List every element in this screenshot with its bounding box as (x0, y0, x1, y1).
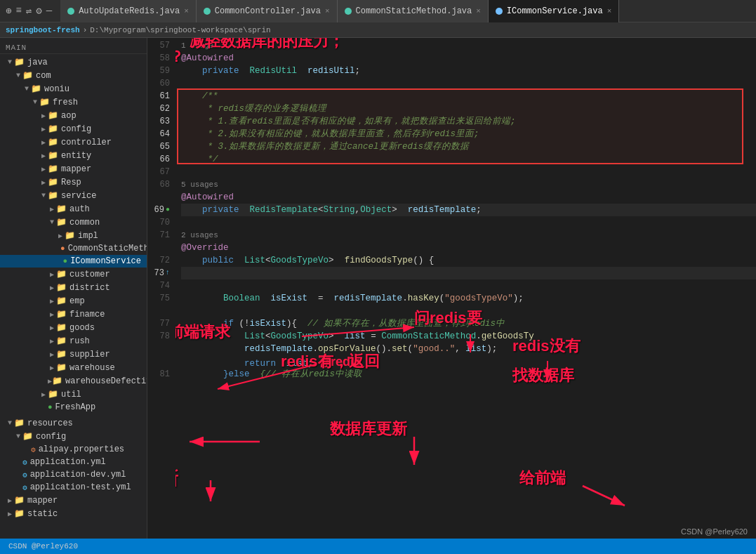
sidebar-item-apptestyml[interactable]: ▶ ⚙ application-test.yml (0, 481, 147, 494)
sidebar-item-util[interactable]: ▶ 📁 util (0, 388, 147, 401)
tab-close-1[interactable]: × (184, 7, 189, 15)
folder-icon-com: 📁 (22, 70, 33, 81)
settings-icon[interactable]: ⚙ (36, 5, 41, 17)
grid-icon[interactable]: ⊕ (6, 5, 11, 17)
sidebar-item-aop[interactable]: ▶ 📁 aop (0, 109, 147, 122)
arrow-emp: ▶ (48, 297, 56, 305)
folder-icon-mapper2: 📁 (14, 495, 25, 506)
tab-label-1: AutoUpdateRedis.java (79, 6, 180, 16)
sidebar-item-district[interactable]: ▶ 📁 district (0, 281, 147, 294)
sidebar-item-customer[interactable]: ▶ 📁 customer (0, 268, 147, 281)
tab-close-4[interactable]: × (607, 7, 612, 15)
sidebar-item-resp[interactable]: ▶ 📁 Resp (0, 176, 147, 189)
annotation-cache-update: 缓存更新 (175, 472, 178, 484)
sidebar-item-appyml[interactable]: ▶ ⚙ application.yml (0, 456, 147, 468)
comment-63: * 1.查看redis里面是否有相应的键，如果有，就把数据查出来返回给前端; (181, 117, 516, 126)
line-num-73: 73 ↑ (147, 267, 170, 279)
line-num-64: 64 (147, 128, 170, 140)
sidebar-item-woniu[interactable]: ▼ 📁 woniu (0, 82, 147, 95)
sidebar-item-supplier[interactable]: ▶ 📁 supplier (0, 348, 147, 361)
sidebar-item-java[interactable]: ▼ 📁 java (0, 55, 147, 69)
sidebar-item-warehouse[interactable]: ▶ 📁 warehouse (0, 361, 147, 374)
comment-61: /** (181, 91, 218, 101)
sidebar-label-service: service (61, 191, 96, 201)
line-num-61: 61 (147, 90, 170, 103)
sidebar-item-freshapp[interactable]: ▶ ● FreshApp (0, 401, 147, 414)
sidebar-item-emp[interactable]: ▶ 📁 emp (0, 294, 147, 308)
var-list: list (345, 331, 366, 341)
sidebar-item-rush[interactable]: ▶ 📁 rush (0, 334, 147, 348)
line-num-77: 77 (147, 317, 170, 330)
sidebar-item-goods[interactable]: ▶ 📁 goods (0, 321, 147, 334)
folder-icon-resp: 📁 (48, 177, 58, 187)
code-line-71: 2 usages (181, 229, 756, 242)
sidebar-label-auth: auth (69, 204, 90, 214)
str-good: "good.." (413, 344, 455, 354)
arrow-resources: ▼ (6, 419, 14, 427)
sidebar-item-fresh[interactable]: ▼ 📁 fresh (0, 95, 147, 109)
code-line-79: redisTemplate.opsForValue().set("good.."… (181, 343, 756, 355)
sidebar-label-emp: emp (69, 296, 85, 306)
sidebar-item-warehousedefective[interactable]: ▶ 📁 warehouseDefective (0, 374, 147, 388)
sidebar-item-impl[interactable]: ▶ 📁 impl (0, 229, 147, 242)
status-bar: CSDN @Perley620 (0, 539, 756, 554)
sidebar-label-warehouse: warehouse (69, 363, 115, 373)
folder-icon-supplier: 📁 (56, 349, 67, 360)
sidebar-item-entity[interactable]: ▶ 📁 entity (0, 149, 147, 162)
code-line-81: }else {// 存在从redis中读取 (181, 368, 756, 381)
line-num-69: 69 ● (147, 204, 170, 216)
type-list2: List (244, 331, 265, 341)
file-icon-csm: ● (60, 244, 65, 253)
sidebar-item-config[interactable]: ▶ 📁 config (0, 122, 147, 136)
sidebar-item-controller[interactable]: ▶ 📁 controller (0, 136, 147, 149)
sidebar-item-mapper[interactable]: ▶ 📁 mapper (0, 162, 147, 176)
code-content[interactable]: 1 usage @Autowired private RedisUtil red… (175, 38, 756, 539)
code-line-80: return list; 存redis (181, 355, 756, 368)
editor-area: 57 58 59 60 61 62 63 64 65 66 67 68 69 ●… (147, 38, 756, 539)
sidebar-item-com[interactable]: ▼ 📁 com (0, 69, 147, 82)
var-isexist2: isExist (250, 319, 287, 329)
sidebar-item-icommonservice[interactable]: ▶ ● ICommonService (0, 255, 147, 268)
code-line-70 (181, 216, 756, 229)
fn-opsforvalue: opsForValue (318, 344, 376, 354)
type-list: List (244, 256, 265, 265)
sidebar-item-mapper2[interactable]: ▶ 📁 mapper (0, 494, 147, 507)
tab-commoncontroller[interactable]: CommonController.java × (197, 0, 338, 22)
sidebar-item-alipay[interactable]: ▶ ⚙ alipay.properties (0, 443, 147, 456)
sidebar-label-util: util (61, 390, 81, 400)
sidebar-header: main (0, 41, 147, 54)
sidebar-item-service[interactable]: ▼ 📁 service (0, 189, 147, 202)
sidebar-item-resources[interactable]: ▼ 📁 resources (0, 416, 147, 430)
tab-commonstaticmethod[interactable]: CommonStaticMethod.java × (338, 0, 489, 22)
comment-81: {// 存在从redis中读取 (260, 369, 363, 379)
type-redisutil: RedisUtil (250, 66, 298, 76)
arrow-static: ▶ (6, 510, 14, 518)
tab-icommonservice[interactable]: ICommonService.java × (489, 0, 619, 22)
folder-icon-warehouse: 📁 (56, 362, 67, 373)
code-line-60 (181, 77, 756, 90)
line-num-59: 59 (147, 65, 170, 77)
minus-icon[interactable]: — (46, 5, 52, 17)
gutter-arrow-73: ↑ (166, 267, 170, 279)
folder-icon-woniu: 📁 (31, 84, 41, 94)
tab-close-2[interactable]: × (325, 7, 330, 15)
sidebar-item-finance[interactable]: ▶ 📁 finamce (0, 308, 147, 321)
sidebar-label-aop: aop (61, 111, 77, 121)
list-icon[interactable]: ≡ (15, 5, 21, 17)
arrow-controller: ▶ (39, 138, 48, 147)
sidebar-item-commonstaticmethod[interactable]: ▶ ● CommonStaticMethod (0, 242, 147, 255)
tab-autoupdateredis[interactable]: AutoUpdateRedis.java × (60, 0, 197, 22)
code-line-ann1: @Autowired (181, 191, 756, 204)
annotation-db-update: 数据库更新 (330, 423, 407, 435)
tab-close-3[interactable]: × (476, 7, 481, 15)
sidebar-item-config2[interactable]: ▼ 📁 config (0, 430, 147, 443)
sidebar-item-auth[interactable]: ▶ 📁 auth (0, 202, 147, 216)
swap-icon[interactable]: ⇌ (26, 5, 32, 17)
sidebar-item-common[interactable]: ▼ 📁 common (0, 216, 147, 229)
top-bar: ⊕ ≡ ⇌ ⚙ — AutoUpdateRedis.java × CommonC… (0, 0, 756, 22)
comment-65: * 3.如果数据库的数据更新，通过cancel更新redis缓存的数据 (181, 142, 469, 152)
sidebar-item-static[interactable]: ▶ 📁 static (0, 507, 147, 520)
sidebar-label-appyml: application.yml (30, 457, 106, 467)
folder-icon-auth: 📁 (56, 204, 67, 214)
sidebar-item-appdevyml[interactable]: ▶ ⚙ application-dev.yml (0, 468, 147, 481)
